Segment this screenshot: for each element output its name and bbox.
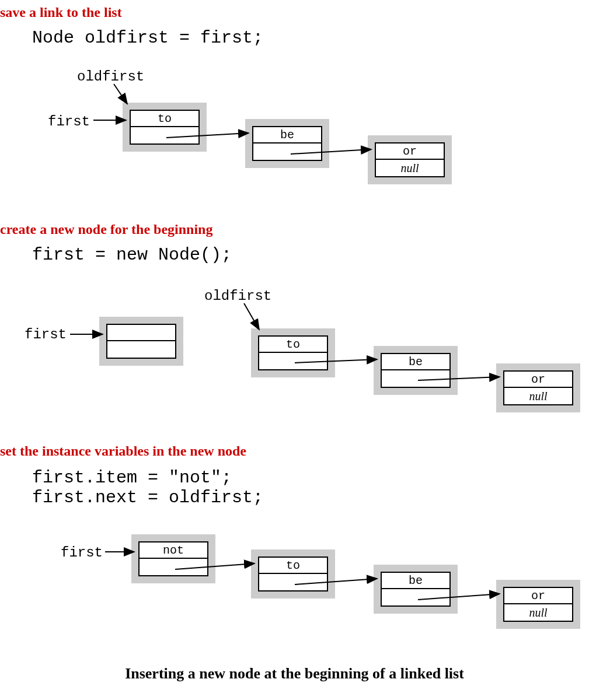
step1-node-or-next: null — [376, 160, 444, 176]
step2-node-be: be — [374, 346, 458, 395]
step3-node-to-next — [259, 574, 327, 590]
step2-node-to-next — [259, 353, 327, 369]
caption: Inserting a new node at the beginning of… — [0, 665, 589, 682]
step1-node-or-item: or — [376, 144, 444, 160]
step2-node-to-item: to — [259, 337, 327, 353]
step3-node-or-item: or — [504, 588, 572, 604]
step3-node-to-item: to — [259, 558, 327, 574]
step2-node-be-next — [382, 370, 449, 387]
step3-node-be-next — [382, 589, 449, 606]
step2-node-new-next — [107, 341, 175, 358]
step1-heading: save a link to the list — [0, 5, 122, 20]
step2-node-or-item: or — [504, 372, 572, 388]
step2-node-or: or null — [496, 363, 580, 412]
step2-first-label: first — [25, 327, 67, 342]
step1-node-be-item: be — [253, 127, 321, 144]
step2-heading: create a new node for the beginning — [0, 222, 212, 237]
step2-node-to: to — [251, 328, 335, 377]
step3-node-be-item: be — [382, 573, 449, 589]
step2-node-be-item: be — [382, 354, 449, 370]
step1-code: Node oldfirst = first; — [32, 28, 263, 48]
step2-node-new — [99, 317, 183, 366]
step2-arrow-oldfirst — [244, 303, 259, 330]
step1-node-to-next — [131, 127, 198, 144]
step3-code: first.item = "not"; first.next = oldfirs… — [32, 468, 263, 508]
step1-node-or: or null — [368, 135, 452, 184]
step1-arrow-oldfirst — [114, 84, 127, 104]
step1-node-to: to — [123, 103, 207, 152]
step2-node-new-item — [107, 325, 175, 341]
step1-oldfirst-label: oldfirst — [77, 69, 144, 85]
step3-node-not: not — [131, 534, 215, 583]
step3-node-or: or null — [496, 580, 580, 629]
step2-oldfirst-label: oldfirst — [204, 288, 271, 304]
step1-node-be: be — [245, 119, 329, 168]
step3-node-not-item: not — [140, 542, 207, 559]
step3-first-label: first — [61, 545, 103, 561]
step2-node-or-next: null — [504, 388, 572, 404]
step1-node-to-item: to — [131, 111, 198, 127]
step3-node-or-next: null — [504, 604, 572, 621]
step3-node-be: be — [374, 565, 458, 614]
step3-heading: set the instance variables in the new no… — [0, 443, 246, 459]
step3-node-not-next — [140, 559, 207, 575]
step2-code: first = new Node(); — [32, 245, 232, 265]
step1-first-label: first — [48, 114, 90, 130]
step3-node-to: to — [251, 550, 335, 598]
step1-node-be-next — [253, 144, 321, 160]
